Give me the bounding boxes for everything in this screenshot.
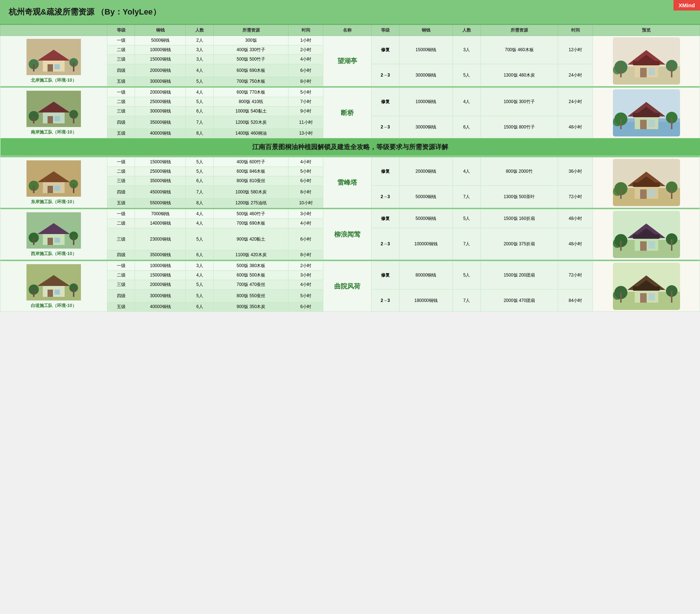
cell-time: 13小时 (288, 129, 323, 138)
cell-grade: 五级 (107, 302, 135, 312)
cell-copper: 5000铜钱 (135, 36, 186, 45)
cell-people: 5人 (186, 290, 214, 302)
upgrade-type: 2→3 (371, 116, 399, 138)
svg-rect-87 (671, 239, 672, 251)
team-label: 白堤施工队（环境-10） (2, 303, 106, 309)
cell-time: 10小时 (288, 198, 323, 208)
cell-copper: 10000铜钱 (135, 261, 186, 271)
svg-rect-104 (648, 293, 655, 300)
cell-people: 4人 (186, 271, 214, 280)
cell-materials: 1200饭 275油纸 (214, 198, 288, 208)
cell-copper: 20000铜钱 (135, 88, 186, 97)
cell-grade: 三级 (107, 228, 135, 250)
upgrade-people: 5人 (453, 209, 480, 228)
upgrade-people: 3人 (453, 36, 480, 64)
upgrade-time: 24小时 (558, 64, 593, 86)
cell-grade: 三级 (107, 107, 135, 116)
upgrade-materials: 700饭 460木板 (480, 36, 558, 64)
cell-copper: 30000铜钱 (135, 77, 186, 86)
upgrade-type: 修复 (371, 88, 399, 116)
upgrade-time: 48小时 (558, 209, 593, 228)
cell-materials: 700饭 750木板 (214, 77, 288, 86)
cell-materials: 300饭 (214, 36, 288, 45)
cell-copper: 20000铜钱 (135, 280, 186, 290)
cell-time: 4小时 (288, 157, 323, 167)
upgrade-time: 72小时 (558, 186, 593, 208)
svg-rect-37 (640, 120, 647, 129)
cell-people: 6人 (186, 176, 214, 186)
cell-materials: 1000饭 540黏土 (214, 107, 288, 116)
cell-time: 8小时 (288, 77, 323, 86)
upgrade-type: 2→3 (371, 290, 399, 312)
page-title: 杭州奇观&疏浚所需资源 （By：YolyLee） (0, 0, 700, 25)
svg-rect-70 (48, 238, 53, 245)
cell-materials: 400饭 600竹子 (214, 157, 288, 167)
cell-copper: 15000铜钱 (135, 271, 186, 280)
cell-time: 4小时 (288, 219, 323, 228)
svg-rect-66 (633, 183, 660, 187)
svg-rect-93 (54, 290, 60, 295)
svg-rect-88 (633, 234, 660, 239)
svg-rect-19 (620, 67, 622, 77)
upgrade-copper: 100000铜钱 (399, 228, 453, 260)
cell-grade: 五级 (107, 77, 135, 86)
cell-time: 6小时 (288, 302, 323, 312)
cell-time: 6小时 (288, 176, 323, 186)
cell-time: 5小时 (288, 88, 323, 97)
upgrade-materials: 1300饭 480木炭 (480, 64, 558, 86)
cell-time: 8小时 (288, 250, 323, 260)
cell-materials: 1200饭 520木炭 (214, 116, 288, 129)
cell-people: 6人 (186, 250, 214, 260)
cell-materials: 1100饭 420木炭 (214, 250, 288, 260)
upgrade-materials: 1500饭 800竹子 (480, 116, 558, 138)
svg-rect-47 (43, 182, 65, 193)
cell-grade: 一级 (107, 209, 135, 219)
cell-materials: 1000饭 580木炭 (214, 186, 288, 198)
cell-people: 3人 (186, 261, 214, 271)
cell-people: 8人 (186, 198, 214, 208)
cell-time: 4小时 (288, 55, 323, 64)
cell-grade: 三级 (107, 55, 135, 64)
cell-grade: 二级 (107, 97, 135, 107)
cell-people: 7人 (186, 186, 214, 198)
col-people-left: 人数 (186, 25, 214, 36)
cell-copper: 7000铜钱 (135, 209, 186, 219)
preview-cell (593, 261, 700, 312)
cell-materials: 400饭 330竹子 (214, 45, 288, 55)
xmind-badge: XMind (674, 0, 700, 11)
cell-grade: 二级 (107, 219, 135, 228)
cell-copper: 35000铜钱 (135, 250, 186, 260)
cell-copper: 14000铜钱 (135, 219, 186, 228)
svg-rect-48 (48, 186, 53, 193)
landmark-name: 曲院风荷 (326, 282, 369, 291)
svg-rect-53 (73, 184, 74, 193)
upgrade-people: 6人 (453, 116, 480, 138)
svg-rect-60 (648, 189, 655, 197)
cell-copper: 35000铜钱 (135, 116, 186, 129)
preview-cell (593, 88, 700, 138)
upgrade-copper: 30000铜钱 (399, 116, 453, 138)
upgrade-materials: 1500饭 200团扇 (480, 261, 558, 290)
upgrade-people: 7人 (453, 186, 480, 208)
col-people-right: 人数 (453, 25, 480, 36)
cell-copper: 30000铜钱 (135, 290, 186, 302)
cell-copper: 40000铜钱 (135, 302, 186, 312)
svg-rect-103 (640, 293, 647, 303)
landmark-name: 雷峰塔 (326, 178, 369, 187)
cell-people: 6人 (186, 107, 214, 116)
upgrade-materials: 1300饭 500茶叶 (480, 186, 558, 208)
upgrade-type: 修复 (371, 209, 399, 228)
svg-rect-86 (620, 241, 622, 251)
cell-time: 1小时 (288, 36, 323, 45)
svg-rect-38 (648, 120, 655, 127)
upgrade-type: 修复 (371, 261, 399, 290)
col-landmark: 名称 (323, 25, 372, 36)
cell-materials: 900饭 420黏土 (214, 228, 288, 250)
cell-materials: 600饭 846木板 (214, 167, 288, 176)
svg-rect-44 (633, 113, 660, 117)
cell-copper: 20000铜钱 (135, 64, 186, 77)
cell-materials: 600饭 690木板 (214, 64, 288, 77)
upgrade-type: 修复 (371, 157, 399, 186)
upgrade-time: 72小时 (558, 261, 593, 290)
cell-people: 5人 (186, 97, 214, 107)
